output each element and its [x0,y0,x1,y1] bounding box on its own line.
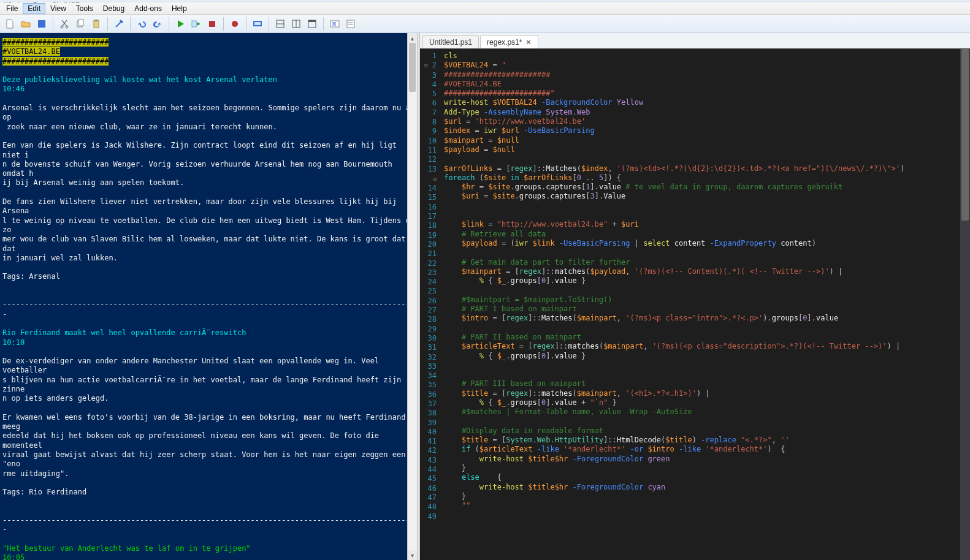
code-line [444,324,960,333]
line-number: 15 [420,193,437,202]
line-number: 38 [420,409,437,418]
code-line: write-host $VOETBAL24 -BackgroundColor Y… [444,98,960,107]
clear-button[interactable] [112,17,126,31]
console-line: Een van die spelers is Jack Wilshere. Zi… [2,141,414,160]
menu-tools[interactable]: Tools [71,3,98,14]
code-line: $index = iwr $url -UseBasicParsing [444,126,960,135]
code-line [444,417,960,426]
stop-button[interactable] [205,17,220,31]
code-line: } [444,464,960,473]
remote-button[interactable] [250,17,265,31]
split-h-button[interactable] [273,17,288,31]
line-number: 7 [420,108,437,118]
console-line: in januari wel zal lukken. [2,254,414,263]
toolbar-separator [269,17,269,31]
scroll-up-icon[interactable]: ▴ [408,33,417,43]
code-line: write-host $title$hr -ForegroundColor cy… [444,483,960,492]
toolbar-separator [323,17,324,31]
code-line: $mainpart = $null [444,136,960,145]
line-number: 17 [420,212,437,221]
console-line [2,132,414,141]
line-number: 12 [420,155,437,164]
svg-rect-16 [308,20,316,22]
fullscreen-button[interactable] [305,17,319,31]
menu-help[interactable]: Help [167,3,192,14]
line-number: 16 [420,203,437,212]
line-number: 8 [420,118,437,127]
options-button[interactable] [343,17,358,31]
line-number: 49 [420,512,437,521]
console-scrollbar[interactable]: ▴ ▾ [407,33,417,560]
console-line: mer wou de club van Slaven Bilic hem al … [2,235,414,254]
copy-button[interactable] [73,17,88,31]
split-v-button[interactable] [289,17,304,31]
line-number: 37 [420,399,437,409]
paste-button[interactable] [89,17,104,31]
svg-rect-6 [192,21,196,27]
line-number: 20 [420,240,437,249]
console-line [2,263,414,272]
close-icon[interactable]: ✕ [525,38,532,47]
code-line: # PART II based on mainpart [444,333,960,342]
line-number: 33 [420,362,437,371]
tab-regex-ps1-[interactable]: regex.ps1*✕ [480,35,538,48]
code-editor[interactable]: cls$VOETBAL24 = "#######################… [441,49,960,560]
console-line: rme uitdaging". [2,469,414,479]
code-line: "" [444,501,960,510]
line-number: ⊟ 2 [420,61,437,70]
undo-button[interactable] [134,17,149,31]
code-line: } [444,492,960,501]
console-line: Tags: Rio Ferdinand [2,488,414,497]
line-number: 45 [420,474,437,483]
toolbar: ⌘ [0,15,970,33]
break-button[interactable] [227,17,242,31]
line-number: 22 [420,259,437,268]
cut-button[interactable] [57,17,72,31]
svg-point-8 [232,21,238,27]
code-line: $intro = [regex]::Matches($mainpart, '(?… [444,314,960,323]
menu-edit[interactable]: Edit [23,3,45,14]
editor-scrollbar[interactable] [960,49,970,560]
menu-file[interactable]: File [1,3,23,14]
line-number: 13 [420,165,437,174]
console-line: ######################## [2,57,414,66]
scroll-down-icon[interactable]: ▾ [408,550,417,560]
console-line: Tags: Arsenal [2,272,414,281]
console-line: n op iets anders gelegd. [2,394,414,403]
line-number: 42 [420,446,437,455]
toolbar-separator [246,17,246,31]
console-line: l te weinig op niveau te voetballen. De … [2,216,414,235]
svg-text:⌘: ⌘ [332,21,337,27]
line-number-gutter: 1⊟ 2345678910111213⊟ 1415161718192021222… [420,49,441,560]
separator: ----------------------------------------… [2,300,414,319]
line-number: 39 [420,418,437,428]
tab-untitled1-ps1[interactable]: Untitled1.ps1 [422,35,479,48]
console-line: zoek naar een nieuwe club, waar ze in ja… [2,123,414,132]
open-button[interactable] [18,17,33,31]
new-button[interactable] [2,17,17,31]
menu-add-ons[interactable]: Add-ons [129,3,167,14]
code-line [444,370,960,379]
menu-debug[interactable]: Debug [98,3,129,14]
line-number: 46 [420,484,437,493]
run-selection-button[interactable] [189,17,204,31]
menu-view[interactable]: View [45,3,71,14]
scroll-thumb[interactable] [409,43,416,92]
code-line: # PART III based on mainpart [444,379,960,388]
code-line: % { $_.groups[0].value } [444,352,960,361]
run-button[interactable] [173,17,188,31]
code-line: ########################" [444,89,960,98]
save-button[interactable] [34,17,49,31]
line-number: 28 [420,315,437,324]
article-title: "Het bestuur van Anderlecht was te laf o… [2,544,414,553]
line-number: 10 [420,137,437,146]
cmd-addon-button[interactable]: ⌘ [327,17,342,31]
line-number: 44 [420,465,437,474]
scroll-thumb[interactable] [961,49,969,221]
line-number: 34 [420,371,437,380]
console-pane[interactable]: #########################VOETBAL24.BE###… [0,33,417,560]
redo-button[interactable] [150,17,165,31]
console-line [2,479,414,488]
code-line: $arrOfLinks = [regex]::Matches($index, '… [444,164,960,173]
line-number: 21 [420,249,437,259]
